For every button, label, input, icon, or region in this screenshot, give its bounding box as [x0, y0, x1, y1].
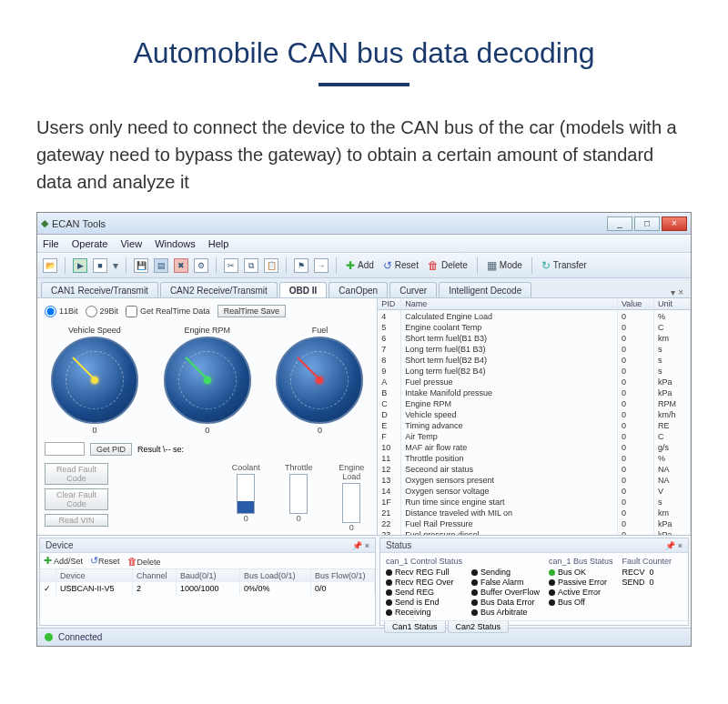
tab-decode[interactable]: Intelligent Decode	[439, 282, 531, 297]
menu-operate[interactable]: Operate	[72, 238, 108, 249]
tool-dropdown-icon[interactable]: ▾	[113, 259, 118, 272]
status-tab-can1[interactable]: Can1 Status	[384, 621, 446, 633]
tool-play-icon[interactable]: ▶	[73, 258, 87, 273]
pid-row[interactable]: 1FRun time since engine start0s	[378, 496, 691, 507]
bar-engine-load: Engine Load 0	[333, 463, 369, 532]
menu-windows[interactable]: Windows	[155, 238, 196, 249]
menubar: File Operate View Windows Help	[37, 235, 691, 253]
pid-header-pid: PID	[378, 298, 401, 309]
maximize-button[interactable]: □	[634, 216, 660, 231]
pid-row[interactable]: 13Oxygen sensors present0NA	[378, 474, 691, 485]
bar-throttle: Throttle 0	[280, 463, 317, 532]
close-button[interactable]: ×	[662, 216, 687, 231]
pid-row[interactable]: 22Fuel Rail Pressure0kPa	[378, 518, 691, 528]
menu-view[interactable]: View	[120, 238, 142, 249]
obd-left-pane: 11Bit 29Bit Get RealTime Data RealTime S…	[37, 298, 377, 535]
pid-row[interactable]: FAir Temp0C	[378, 430, 691, 441]
status-panel-title: Status	[386, 540, 411, 550]
tab-can2[interactable]: CAN2 Receive/Transmit	[160, 282, 278, 297]
tool-config-icon[interactable]: ⚙	[194, 258, 208, 273]
tool-delete-button[interactable]: 🗑Delete	[426, 259, 470, 272]
status-panel-pin-icon[interactable]: 📌 ×	[665, 541, 682, 550]
pid-row[interactable]: 6Short term fuel(B1 B3)0km	[378, 332, 691, 343]
device-panel-title: Device	[46, 540, 74, 550]
pid-header-value: Value	[618, 298, 654, 309]
check-realtime[interactable]: Get RealTime Data	[126, 306, 210, 317]
result-label: Result \-- se:	[137, 445, 184, 454]
tool-clear-icon[interactable]: ✖	[174, 258, 188, 273]
device-header-baud: Baud(0/1)	[177, 569, 240, 582]
pid-table[interactable]: PID Name Value Unit 4Calculated Engine L…	[378, 298, 691, 535]
get-pid-button[interactable]: Get PID	[90, 443, 132, 456]
pid-row[interactable]: 4Calculated Engine Load0%	[378, 310, 691, 321]
pid-row[interactable]: 12Seceond air status0NA	[378, 463, 691, 474]
pid-header-unit: Unit	[654, 298, 691, 309]
device-addset-button[interactable]: ✚ Add/Set	[44, 555, 83, 567]
device-row[interactable]: ✓ USBCAN-II-V5 2 1000/1000 0%/0% 0/0	[40, 582, 375, 595]
status-tab-can2[interactable]: Can2 Status	[448, 621, 510, 633]
page-title: Automobile CAN bus data decoding	[36, 36, 692, 70]
tool-goto-icon[interactable]: →	[314, 258, 329, 273]
pid-row[interactable]: BIntake Manifold pressue0kPa	[378, 387, 691, 397]
device-delete-button[interactable]: 🗑Delete	[127, 556, 161, 567]
device-panel-pin-icon[interactable]: 📌 ×	[352, 541, 369, 550]
gauge-engine-rpm: Engine RPM 0	[156, 326, 259, 435]
tool-transfer-button[interactable]: ↻Transfer	[540, 259, 589, 272]
tool-reset-button[interactable]: ↺Reset	[381, 259, 420, 272]
tool-cut-icon[interactable]: ✂	[224, 258, 238, 273]
pid-row[interactable]: 11Throttle position0%	[378, 452, 691, 463]
title-underline	[318, 83, 410, 86]
tool-add-button[interactable]: ✚Add	[344, 259, 376, 272]
tool-flag-icon[interactable]: ⚑	[294, 258, 308, 273]
tool-save-icon[interactable]: 💾	[134, 258, 148, 273]
pid-row[interactable]: CEngine RPM0RPM	[378, 397, 691, 408]
status-fault-col: Fault Counter RECV 0 SEND 0	[622, 557, 672, 617]
realtime-save-button[interactable]: RealTime Save	[217, 305, 286, 317]
status-control-col: can_1 Control Status Recv REG Full Recv …	[386, 557, 462, 617]
tab-can1[interactable]: CAN1 Receive/Transmit	[41, 282, 158, 297]
clear-fault-button[interactable]: Clear Fault Code	[45, 488, 108, 510]
app-window: ◆ ECAN Tools _ □ × File Operate View Win…	[36, 212, 692, 647]
app-icon: ◆	[41, 217, 48, 229]
pid-row[interactable]: DVehicle speed0km/h	[378, 408, 691, 419]
pid-row[interactable]: 10MAF air flow rate0g/s	[378, 441, 691, 452]
tab-curver[interactable]: Curver	[389, 282, 437, 297]
pid-row[interactable]: 9Long term fuel(B2 B4)0s	[378, 365, 691, 376]
tabstrip-close-icon[interactable]: ▾ ×	[667, 287, 687, 297]
tab-obd2[interactable]: OBD II	[279, 282, 328, 297]
tool-copy-icon[interactable]: ⧉	[244, 258, 258, 273]
tool-open-icon[interactable]: 📂	[43, 258, 57, 273]
pid-row[interactable]: AFuel pressue0kPa	[378, 376, 691, 387]
tool-paste-icon[interactable]: 📋	[264, 258, 278, 273]
pid-row[interactable]: 23Fuel pressure diesel0kPa	[378, 528, 691, 535]
radio-11bit[interactable]: 11Bit	[45, 306, 78, 317]
status-connected-icon	[45, 633, 53, 641]
pid-row[interactable]: 21Distance traveled with MIL on0km	[378, 507, 691, 518]
menu-file[interactable]: File	[43, 238, 59, 249]
window-titlebar: ◆ ECAN Tools _ □ ×	[37, 213, 691, 235]
status-control-col2: Sending False Alarm Buffer OverFlow Bus …	[471, 557, 540, 617]
tool-mode-button[interactable]: ▦Mode	[485, 259, 524, 272]
read-vin-button[interactable]: Read VIN	[45, 514, 108, 527]
status-panel: Status📌 × can_1 Control Status Recv REG …	[379, 538, 689, 626]
read-fault-button[interactable]: Read Fault Code	[45, 463, 108, 485]
menu-help[interactable]: Help	[208, 238, 229, 249]
tab-canopen[interactable]: CanOpen	[329, 282, 388, 297]
minimize-button[interactable]: _	[607, 216, 632, 231]
toolbar: 📂 ▶ ■ ▾ 💾 ▤ ✖ ⚙ ✂ ⧉ 📋 ⚑ → ✚Add ↺Reset 🗑D…	[37, 253, 691, 278]
tool-filter-icon[interactable]: ▤	[154, 258, 168, 273]
pid-row[interactable]: 8Short term fuel(B2 B4)0s	[378, 354, 691, 365]
status-connected-label: Connected	[58, 632, 102, 642]
bar-coolant: Coolant 0	[228, 463, 264, 532]
pid-header-name: Name	[401, 298, 618, 309]
pid-row[interactable]: 7Long term fuel(B1 B3)0s	[378, 343, 691, 354]
workarea: 11Bit 29Bit Get RealTime Data RealTime S…	[37, 298, 691, 535]
radio-29bit[interactable]: 29Bit	[86, 306, 119, 317]
pid-table-pane: PID Name Value Unit 4Calculated Engine L…	[377, 298, 691, 535]
tool-stop-icon[interactable]: ■	[93, 258, 107, 273]
pid-row[interactable]: 14Oxygen sensor voltage0V	[378, 485, 691, 496]
device-reset-button[interactable]: ↺Reset	[90, 555, 120, 567]
pid-row[interactable]: 5Engine coolant Temp0C	[378, 321, 691, 332]
pid-row[interactable]: ETiming advance0RE	[378, 419, 691, 430]
pid-input[interactable]	[45, 442, 85, 456]
